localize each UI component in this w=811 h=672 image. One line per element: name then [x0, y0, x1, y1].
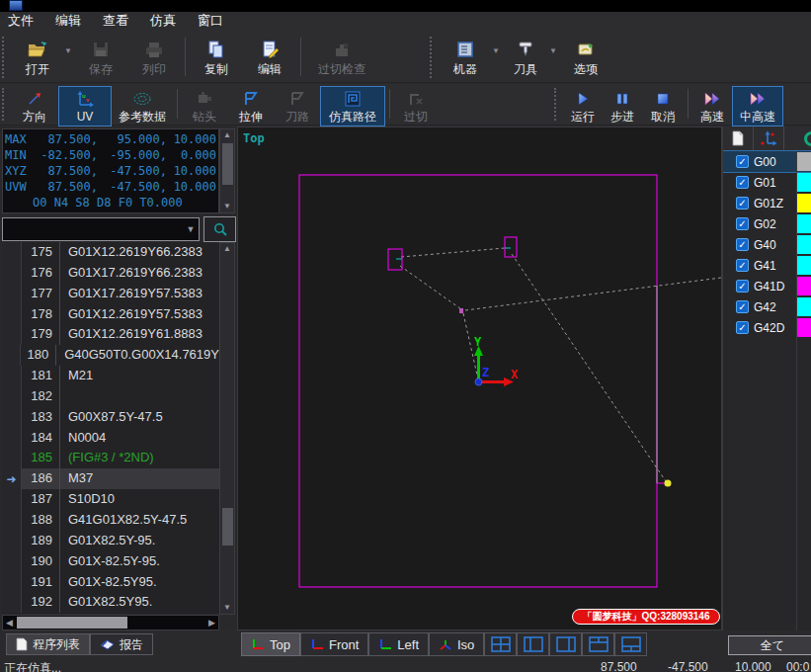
view-tab-left[interactable]: Left	[368, 632, 429, 656]
save-button[interactable]: 保存	[74, 35, 127, 79]
gcode-line[interactable]: ➜ 175 G01X12.2619Y66.2383	[2, 242, 219, 263]
scroll-left-icon[interactable]: ◀	[3, 616, 16, 630]
cancel-button[interactable]: 取消	[642, 86, 684, 126]
gcode-toggle-row[interactable]: ✓ G42D	[723, 317, 811, 338]
gcode-line[interactable]: ➜ 188 G41G01X82.5Y-47.5	[2, 510, 219, 531]
scrollbar-thumb[interactable]	[222, 143, 233, 185]
step-button[interactable]: 步进	[603, 86, 642, 126]
gcode-toggle-row[interactable]: ✓ G02	[723, 213, 811, 234]
gcode-toggle-row[interactable]: ✓ G41D	[723, 276, 811, 296]
gcode-line[interactable]: ➜ 185 (FIG#3 / *2ND)	[2, 448, 219, 468]
gcode-toggle-row[interactable]: ✓ G40	[723, 234, 811, 255]
gcode-line[interactable]: ➜ 183 G00X87.5Y-47.5	[2, 407, 219, 428]
gcode-line[interactable]: ➜ 190 G01X-82.5Y-95.	[2, 551, 219, 572]
direction-button[interactable]: 方向	[11, 86, 58, 126]
layout-bottom-split-button[interactable]	[614, 632, 647, 656]
checkbox-checked-icon[interactable]: ✓	[736, 155, 749, 168]
chevron-down-icon[interactable]: ▼	[183, 224, 199, 234]
edit-button[interactable]: 编辑	[243, 35, 296, 79]
gcode-line[interactable]: ➜ 182	[2, 386, 219, 407]
view-tab-iso[interactable]: Iso	[429, 632, 484, 656]
scroll-right-icon[interactable]: ▶	[205, 616, 218, 630]
sim-path-button[interactable]: 仿真路径	[320, 86, 385, 126]
scrollbar-thumb[interactable]	[17, 617, 127, 629]
axes-view-button[interactable]	[754, 126, 784, 150]
gcode-line[interactable]: ➜ 186 M37	[2, 468, 219, 489]
layout-right-split-button[interactable]	[549, 632, 582, 656]
gcode-scrollbar-vertical[interactable]: ▲ ▼	[219, 242, 235, 615]
machine-button[interactable]: 机器	[439, 35, 492, 79]
uv-button[interactable]: uv UV	[58, 86, 112, 126]
scroll-up-icon[interactable]: ▲	[223, 129, 231, 141]
gcode-line[interactable]: ➜ 191 G01X-82.5Y95.	[2, 572, 219, 593]
coordinate-scrollbar[interactable]: ▲ ▼	[219, 128, 235, 213]
gcode-line[interactable]: ➜ 181 M21	[2, 366, 219, 386]
checkbox-checked-icon[interactable]: ✓	[736, 321, 749, 334]
gcode-line[interactable]: ➜ 179 G01X12.2619Y61.8883	[2, 324, 219, 345]
menu-item-4[interactable]: 窗口	[198, 12, 223, 30]
scroll-down-icon[interactable]: ▼	[223, 201, 231, 212]
toolbar-grip[interactable]	[430, 37, 437, 78]
menu-item-3[interactable]: 仿真	[150, 12, 176, 30]
gcode-listing[interactable]: ➜ 175 G01X12.2619Y66.2383 ➜ 176 G01X17.2…	[2, 242, 219, 614]
checkbox-checked-icon[interactable]: ✓	[736, 238, 749, 251]
open-dropdown-arrow[interactable]: ▼	[64, 35, 74, 55]
open-button[interactable]: 打开	[11, 35, 64, 79]
tool-button[interactable]: 刀具	[502, 35, 549, 79]
gcode-line[interactable]: ➜ 177 G01X17.2619Y57.5383	[2, 284, 219, 304]
gcode-scrollbar-horizontal[interactable]: ◀ ▶	[2, 615, 219, 630]
run-button[interactable]: 运行	[563, 86, 603, 126]
layout-left-split-button[interactable]	[517, 632, 549, 656]
gcode-line[interactable]: ➜ 192 G01X82.5Y95.	[2, 592, 219, 613]
mid-high-speed-button[interactable]: 中高速	[732, 86, 783, 126]
reference-data-button[interactable]: 参考数据	[112, 86, 173, 126]
overcut-button[interactable]: 过切	[394, 86, 438, 126]
overcut-check-button[interactable]: 过切检查	[305, 35, 378, 79]
layout-quad-button[interactable]	[484, 632, 517, 656]
scrollbar-thumb[interactable]	[222, 508, 233, 546]
gcode-toggle-row[interactable]: ✓ G41	[723, 255, 811, 276]
checkbox-checked-icon[interactable]: ✓	[736, 280, 749, 293]
extrude-button[interactable]: 拉伸	[227, 86, 275, 126]
menu-item-1[interactable]: 编辑	[55, 12, 81, 30]
gcode-toggle-row[interactable]: ✓ G01	[723, 172, 811, 193]
scroll-up-icon[interactable]: ▲	[223, 243, 231, 255]
view-tab-top[interactable]: Top	[241, 632, 300, 656]
gcode-line[interactable]: ➜ 176 G01X17.2619Y66.2383	[2, 263, 219, 284]
gcode-line[interactable]: ➜ 189 G01X82.5Y-95.	[2, 531, 219, 551]
checkbox-checked-icon[interactable]: ✓	[736, 259, 749, 272]
toolpath-button[interactable]: 刀路	[275, 86, 320, 126]
search-input[interactable]	[3, 222, 183, 236]
program-list-view-button[interactable]	[723, 126, 754, 150]
options-button[interactable]: 选项	[559, 35, 612, 79]
tool-dropdown-arrow[interactable]: ▼	[549, 35, 559, 55]
machine-dropdown-arrow[interactable]: ▼	[492, 35, 502, 55]
print-button[interactable]: 列印	[127, 35, 181, 79]
layout-top-split-button[interactable]	[582, 632, 614, 656]
checkbox-checked-icon[interactable]: ✓	[736, 217, 749, 230]
checkbox-checked-icon[interactable]: ✓	[736, 176, 749, 189]
gcode-toggle-row[interactable]: ✓ G42	[723, 296, 811, 317]
search-button[interactable]	[203, 216, 236, 242]
checkbox-checked-icon[interactable]: ✓	[736, 300, 749, 313]
copy-button[interactable]: 复制	[190, 35, 243, 79]
checkbox-checked-icon[interactable]: ✓	[736, 197, 749, 210]
select-all-button[interactable]: 全て	[728, 635, 811, 655]
viewport-canvas[interactable]: Y X Z Top 「圆梦科技」QQ:328093146	[237, 126, 722, 630]
gcode-line[interactable]: ➜ 178 G01X12.2619Y57.5383	[2, 304, 219, 325]
toolbar-grip[interactable]	[2, 37, 9, 78]
tab-program-list[interactable]: 程序列表	[6, 633, 90, 655]
gcode-line[interactable]: ➜ 187 S10D10	[2, 489, 219, 510]
tab-report[interactable]: 报告	[90, 633, 153, 655]
gcode-toggle-row[interactable]: ✓ G00	[723, 151, 811, 172]
drill-button[interactable]: 钻头	[182, 86, 227, 126]
gcode-line[interactable]: ➜ 180 G40G50T0.G00X14.7619Y	[2, 345, 219, 366]
toolbar-grip[interactable]	[2, 88, 9, 121]
search-combo[interactable]: ▼	[2, 217, 200, 241]
menu-item-2[interactable]: 查看	[103, 12, 128, 30]
gcode-toggle-row[interactable]: ✓ G01Z	[723, 193, 811, 213]
toolbar-grip[interactable]	[554, 88, 561, 121]
gcode-line[interactable]: ➜ 184 N0004	[2, 428, 219, 449]
menu-item-0[interactable]: 文件	[8, 12, 34, 30]
high-speed-button[interactable]: 高速	[692, 86, 732, 126]
